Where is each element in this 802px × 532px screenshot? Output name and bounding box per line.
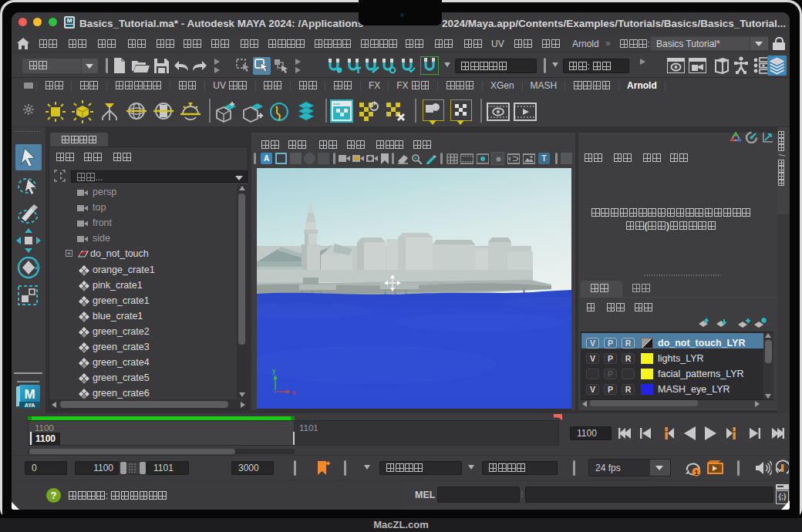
svg-text:1: 1 xyxy=(695,469,699,476)
svg-text:y: y xyxy=(272,367,276,375)
svg-text:x: x xyxy=(292,389,296,396)
